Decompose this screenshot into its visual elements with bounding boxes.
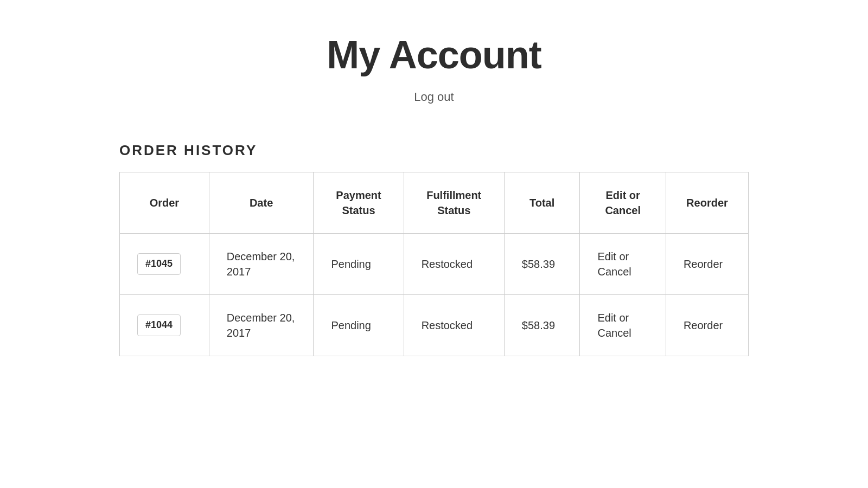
- order-number[interactable]: #1044: [137, 314, 181, 336]
- order-reorder-cell: Reorder: [666, 234, 748, 295]
- order-history-title: ORDER HISTORY: [119, 142, 749, 159]
- col-header-order: Order: [120, 172, 209, 234]
- col-header-payment-status: PaymentStatus: [314, 172, 404, 234]
- order-total-cell: $58.39: [504, 234, 580, 295]
- order-total-cell: $58.39: [504, 295, 580, 356]
- col-header-date: Date: [209, 172, 314, 234]
- logout-link[interactable]: Log out: [119, 90, 749, 104]
- order-payment-status-cell: Pending: [314, 234, 404, 295]
- order-fulfillment-status-cell: Restocked: [404, 234, 504, 295]
- table-row: #1044 December 20, 2017 Pending Restocke…: [120, 295, 749, 356]
- edit-or-cancel-link[interactable]: Edit orCancel: [597, 251, 631, 278]
- order-number-cell: #1045: [120, 234, 209, 295]
- reorder-link[interactable]: Reorder: [684, 319, 723, 331]
- order-number-cell: #1044: [120, 295, 209, 356]
- col-header-total: Total: [504, 172, 580, 234]
- table-header-row: Order Date PaymentStatus FulfillmentStat…: [120, 172, 749, 234]
- order-edit-cancel-cell: Edit orCancel: [580, 234, 666, 295]
- order-fulfillment-status-cell: Restocked: [404, 295, 504, 356]
- page-title: My Account: [119, 33, 749, 77]
- edit-or-cancel-link[interactable]: Edit orCancel: [597, 312, 631, 339]
- col-header-fulfillment-status: FulfillmentStatus: [404, 172, 504, 234]
- page-container: My Account Log out ORDER HISTORY Order D…: [76, 0, 792, 389]
- order-payment-status-cell: Pending: [314, 295, 404, 356]
- order-history-table: Order Date PaymentStatus FulfillmentStat…: [119, 172, 749, 356]
- reorder-link[interactable]: Reorder: [684, 258, 723, 270]
- table-row: #1045 December 20, 2017 Pending Restocke…: [120, 234, 749, 295]
- col-header-reorder: Reorder: [666, 172, 748, 234]
- col-header-edit-cancel: Edit orCancel: [580, 172, 666, 234]
- order-reorder-cell: Reorder: [666, 295, 748, 356]
- order-date-cell: December 20, 2017: [209, 234, 314, 295]
- order-edit-cancel-cell: Edit orCancel: [580, 295, 666, 356]
- order-date-cell: December 20, 2017: [209, 295, 314, 356]
- order-number[interactable]: #1045: [137, 253, 181, 274]
